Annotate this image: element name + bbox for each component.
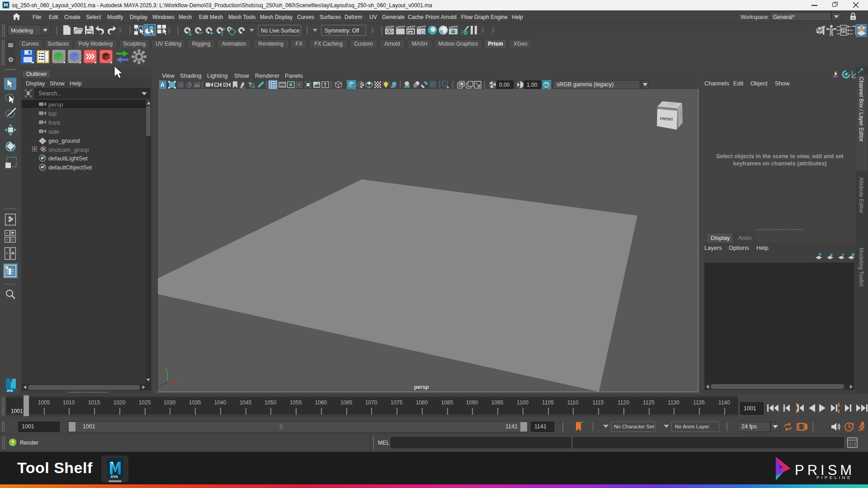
svg-text:+: + bbox=[12, 238, 14, 242]
svg-text:RIGHT: RIGHT bbox=[679, 111, 683, 120]
svg-text:ON: ON bbox=[544, 84, 548, 87]
svg-text:+: + bbox=[6, 251, 8, 256]
svg-text:+: + bbox=[6, 231, 8, 235]
svg-text:z: z bbox=[161, 383, 163, 388]
svg-text:+: + bbox=[6, 238, 8, 242]
svg-text:y: y bbox=[165, 367, 168, 371]
svg-text:T: T bbox=[324, 82, 327, 88]
svg-text:FRONT: FRONT bbox=[660, 116, 674, 122]
svg-text:{;}: {;} bbox=[849, 442, 856, 446]
svg-text:AYA: AYA bbox=[110, 474, 118, 479]
svg-text:x: x bbox=[174, 380, 176, 385]
svg-text:IPR: IPR bbox=[408, 30, 413, 33]
svg-text:?: ? bbox=[11, 440, 14, 446]
svg-text:AYA: AYA bbox=[7, 389, 13, 392]
